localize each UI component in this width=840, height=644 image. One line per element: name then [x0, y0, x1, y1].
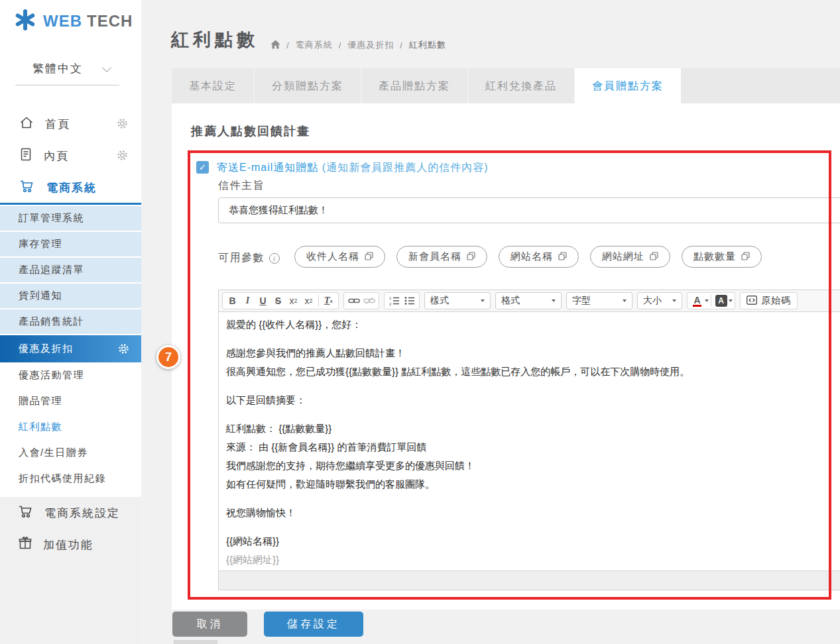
- sidebar-active-section-bar: [0, 203, 141, 205]
- brand-logo: WEB TECH: [13, 8, 133, 34]
- editor-line: {{網站網址}}: [226, 551, 840, 569]
- cancel-button[interactable]: 取消: [172, 612, 247, 637]
- sidebar-item-order-management[interactable]: 訂單管理系統: [0, 206, 141, 232]
- strikethrough-button[interactable]: S: [270, 293, 286, 309]
- size-dropdown[interactable]: 大小: [637, 292, 682, 309]
- link-icon[interactable]: [346, 293, 361, 309]
- annotation-step-badge: 7: [156, 345, 180, 369]
- editor-status-bar: [219, 570, 840, 590]
- param-new-member-name-button[interactable]: 新會員名稱: [396, 246, 487, 268]
- styles-dropdown[interactable]: 樣式: [424, 292, 491, 309]
- subject-label: 信件主旨: [218, 179, 265, 193]
- breadcrumb-item[interactable]: 優惠及折扣: [347, 39, 394, 51]
- info-icon[interactable]: i: [269, 253, 280, 264]
- italic-button[interactable]: I: [240, 293, 255, 309]
- editor-line: 紅利點數： {{點數數量}}: [226, 419, 840, 438]
- superscript-button[interactable]: x2: [301, 293, 316, 309]
- source-code-icon: [747, 295, 757, 307]
- page-title: 紅利點數: [171, 28, 259, 52]
- sidebar-item-discount-code-log[interactable]: 折扣代碼使用紀錄: [0, 466, 141, 492]
- sidebar-item-label: 電商系統設定: [44, 506, 120, 521]
- text-style-group: B I U S x2 x2 Tx: [222, 292, 339, 309]
- editor-line: [226, 381, 840, 391]
- text-color-button[interactable]: A: [690, 293, 705, 309]
- sidebar-item-product-tracking[interactable]: 產品追蹤清單: [0, 258, 141, 284]
- param-site-name-button[interactable]: 網站名稱: [499, 246, 579, 268]
- section-title: 推薦人點數回饋計畫: [191, 123, 310, 139]
- subscript-button[interactable]: x2: [286, 293, 301, 309]
- format-dropdown[interactable]: 格式: [495, 292, 562, 309]
- breadcrumb-item[interactable]: 電商系統: [296, 39, 333, 51]
- asterisk-logo-icon: [13, 8, 37, 34]
- cart-icon: [18, 504, 34, 522]
- svg-text:2: 2: [389, 302, 392, 306]
- sidebar-item-gift-management[interactable]: 贈品管理: [0, 388, 141, 414]
- check-icon: ✓: [199, 162, 206, 172]
- editor-toolbar: B I U S x2 x2 Tx 12: [219, 290, 840, 312]
- font-dropdown[interactable]: 字型: [566, 292, 632, 309]
- gear-icon[interactable]: [117, 150, 128, 164]
- sidebar-item-ecommerce[interactable]: 電商系統: [0, 172, 141, 203]
- brand-name-primary: WEB: [43, 12, 82, 30]
- param-pills: 收件人名稱 新會員名稱 網站名稱 網站網址 點數數量: [294, 246, 762, 268]
- save-settings-button[interactable]: 儲存設定: [264, 612, 363, 637]
- param-site-url-button[interactable]: 網站網址: [590, 246, 670, 268]
- sidebar-nav: 首頁 內頁 電商系統: [0, 108, 141, 203]
- editor-line: {{網站名稱}}: [226, 532, 840, 551]
- tab-product-points[interactable]: 產品贈點方案: [361, 68, 468, 103]
- tab-member-points-active[interactable]: 會員贈點方案: [575, 68, 681, 106]
- sidebar-item-label: 內頁: [44, 148, 69, 164]
- remove-format-button[interactable]: Tx: [321, 293, 336, 309]
- breadcrumb-separator: /: [339, 40, 342, 50]
- gear-icon[interactable]: [117, 118, 128, 133]
- language-selector[interactable]: 繁體中文: [15, 61, 119, 85]
- copy-icon: [650, 251, 658, 262]
- bg-color-button[interactable]: A: [713, 293, 729, 309]
- cart-icon: [19, 179, 35, 197]
- tab-redeem-products[interactable]: 紅利兌換產品: [468, 68, 575, 103]
- email-notify-label: 寄送E-mail通知贈點 (通知新會員跟推薦人的信件內容): [217, 161, 488, 175]
- underline-button[interactable]: U: [255, 293, 270, 309]
- editor-content[interactable]: 親愛的 {{收件人名稱}}，您好： 感謝您參與我們的推薦人點數回饋計畫！ 很高興…: [219, 312, 840, 570]
- list-group: 12: [384, 292, 420, 309]
- sidebar-item-inner-pages[interactable]: 內頁: [0, 140, 141, 172]
- sidebar-item-bonus-points[interactable]: 紅利點數: [0, 414, 141, 440]
- sidebar-item-birthday-coupon[interactable]: 入會/生日贈券: [0, 440, 141, 466]
- editor-line: 祝您購物愉快！: [226, 504, 840, 522]
- source-code-button[interactable]: 原始碼: [740, 292, 798, 309]
- sidebar-item-label: 首頁: [45, 117, 70, 132]
- caret-down-icon: [672, 299, 676, 302]
- editor-line: 感謝您參與我們的推薦人點數回饋計畫！: [226, 344, 840, 362]
- unlink-icon[interactable]: [361, 293, 377, 309]
- tab-category-points[interactable]: 分類贈點方案: [255, 68, 361, 103]
- sidebar-item-discounts-active[interactable]: 優惠及折扣: [0, 335, 141, 362]
- copy-icon: [365, 251, 373, 262]
- email-notify-checkbox[interactable]: ✓: [196, 161, 209, 174]
- sidebar-item-home[interactable]: 首頁: [0, 108, 141, 140]
- bold-button[interactable]: B: [225, 293, 240, 309]
- numbered-list-icon[interactable]: 12: [387, 293, 402, 309]
- svg-text:1: 1: [389, 296, 392, 300]
- caret-down-icon[interactable]: [705, 299, 709, 302]
- sidebar-item-ecommerce-settings[interactable]: 電商系統設定: [0, 498, 141, 527]
- sidebar-item-inventory[interactable]: 庫存管理: [0, 232, 141, 258]
- document-icon: [19, 147, 32, 165]
- param-points-amount-button[interactable]: 點數數量: [682, 246, 762, 268]
- home-breadcrumb-icon[interactable]: [270, 40, 280, 51]
- subject-input[interactable]: [218, 197, 840, 223]
- sidebar: WEB TECH 繁體中文 首頁: [0, 0, 141, 644]
- sidebar-item-promo-management[interactable]: 優惠活動管理: [0, 362, 141, 388]
- editor-line: [226, 494, 840, 504]
- caret-down-icon[interactable]: [729, 299, 733, 302]
- tab-basic-settings[interactable]: 基本設定: [172, 68, 255, 103]
- editor-line: 以下是回饋摘要：: [226, 391, 840, 409]
- gear-icon[interactable]: [118, 343, 129, 356]
- breadcrumb: / 電商系統 / 優惠及折扣 / 紅利點數: [270, 39, 446, 51]
- email-body-editor: B I U S x2 x2 Tx 12: [218, 290, 840, 590]
- bulleted-list-icon[interactable]: [402, 293, 417, 309]
- param-recipient-name-button[interactable]: 收件人名稱: [294, 246, 385, 268]
- caret-down-icon: [481, 299, 485, 302]
- sidebar-item-arrival-notice[interactable]: 貨到通知: [0, 284, 141, 309]
- sidebar-item-sales-stats[interactable]: 產品銷售統計: [0, 309, 141, 335]
- sidebar-item-addons[interactable]: 加值功能: [0, 530, 141, 559]
